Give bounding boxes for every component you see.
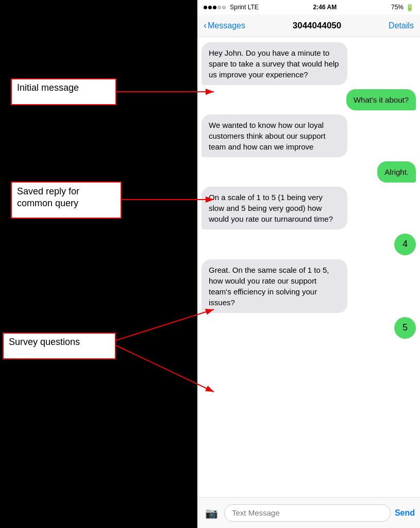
camera-button[interactable]: 📷 [203, 504, 220, 522]
annotation-survey-questions: Survey questions [3, 333, 116, 359]
message-row-4: Alright. [201, 161, 416, 183]
messages-area: Hey John. Do you have a minute to spare … [197, 37, 420, 497]
bubble-sent-number-8: 5 [394, 317, 416, 339]
status-left: Sprint LTE [204, 4, 259, 11]
bubble-sent-4: Alright. [377, 161, 416, 183]
signal-dots [204, 6, 226, 9]
battery-percent: 75% [391, 4, 404, 11]
text-message-input[interactable] [224, 504, 391, 522]
message-row-8: 5 [201, 317, 416, 339]
battery-icon: 🔋 [406, 4, 414, 11]
bubble-sent-number-6: 4 [394, 234, 416, 255]
status-bar: Sprint LTE 2:46 AM 75% 🔋 [197, 0, 420, 14]
annotation-initial-message: Initial message [11, 78, 116, 105]
signal-dot-2 [208, 6, 212, 9]
message-row-7: Great. On the same scale of 1 to 5, how … [201, 259, 416, 313]
message-row-3: We wanted to know how our loyal customer… [201, 114, 416, 157]
contact-number: 3044044050 [293, 21, 342, 31]
status-right: 75% 🔋 [391, 4, 414, 11]
status-time: 2:46 AM [313, 4, 337, 11]
message-row-1: Hey John. Do you have a minute to spare … [201, 42, 416, 85]
details-button[interactable]: Details [389, 21, 414, 30]
carrier-label: Sprint LTE [230, 4, 259, 11]
signal-dot-3 [213, 6, 216, 9]
nav-bar: ‹ Messages 3044044050 Details [197, 14, 420, 37]
phone-container: Sprint LTE 2:46 AM 75% 🔋 ‹ Messages 3044… [197, 0, 420, 528]
send-button[interactable]: Send [395, 508, 415, 518]
bubble-received-1: Hey John. Do you have a minute to spare … [201, 42, 347, 85]
message-row-5: On a scale of 1 to 5 (1 being very slow … [201, 187, 416, 229]
signal-dot-4 [217, 6, 221, 9]
bubble-received-5: On a scale of 1 to 5 (1 being very slow … [201, 187, 347, 229]
back-label: Messages [208, 21, 245, 30]
input-bar: 📷 Send [197, 497, 420, 528]
chevron-left-icon: ‹ [204, 20, 207, 31]
annotation-saved-reply: Saved reply forcommon query [11, 182, 122, 219]
bubble-received-7: Great. On the same scale of 1 to 5, how … [201, 259, 347, 313]
message-row-6: 4 [201, 234, 416, 255]
annotation-panel: Initial message Saved reply forcommon qu… [0, 0, 155, 528]
bubble-sent-2: What's it about? [346, 89, 416, 110]
camera-icon: 📷 [205, 507, 218, 519]
signal-dot-1 [204, 6, 207, 9]
back-button[interactable]: ‹ Messages [204, 20, 245, 31]
signal-dot-5 [222, 6, 226, 9]
bubble-received-3: We wanted to know how our loyal customer… [201, 114, 347, 157]
message-row-2: What's it about? [201, 89, 416, 110]
